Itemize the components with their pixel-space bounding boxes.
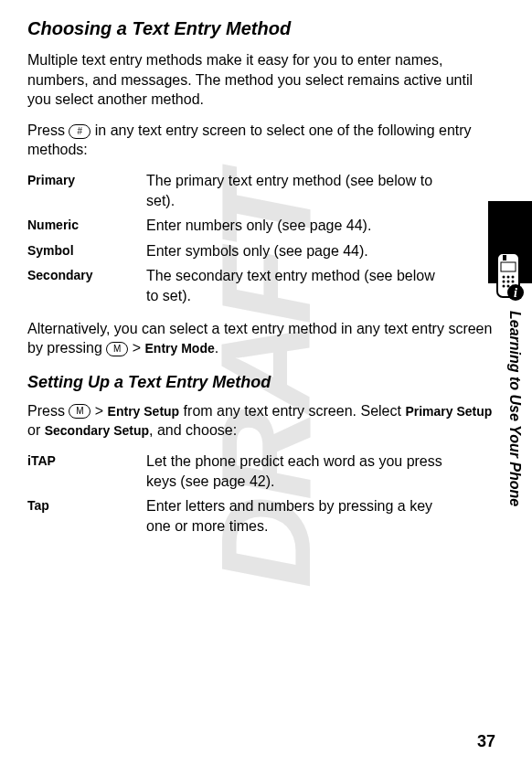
method-desc: The primary text entry method (see below… bbox=[146, 171, 495, 210]
method-label-tap: Tap bbox=[27, 496, 146, 536]
table-row: Primary The primary text entry method (s… bbox=[27, 171, 495, 210]
svg-point-4 bbox=[507, 276, 510, 279]
svg-rect-1 bbox=[503, 255, 506, 260]
svg-point-3 bbox=[503, 276, 505, 279]
svg-rect-2 bbox=[501, 262, 516, 271]
method-label-symbol: Symbol bbox=[27, 241, 146, 261]
table-row: Numeric Enter numbers only (see page 44)… bbox=[27, 216, 495, 236]
entry-methods-table: Primary The primary text entry method (s… bbox=[27, 171, 495, 306]
menu-secondary-setup: Secondary Setup bbox=[45, 423, 149, 438]
page-content: Choosing a Text Entry Method Multiple te… bbox=[27, 18, 495, 536]
method-label-numeric: Numeric bbox=[27, 216, 146, 236]
menu-primary-setup: Primary Setup bbox=[405, 404, 492, 419]
table-row: Tap Enter letters and numbers by pressin… bbox=[27, 496, 495, 536]
setup-instruction: Press M > Entry Setup from any text entr… bbox=[27, 401, 495, 441]
svg-point-5 bbox=[512, 276, 515, 279]
method-desc: Enter symbols only (see page 44). bbox=[146, 241, 495, 261]
intro-paragraph: Multiple text entry methods make it easy… bbox=[27, 50, 495, 110]
method-label-itap: iTAP bbox=[27, 452, 146, 491]
press-instruction: Press # in any text entry screen to sele… bbox=[27, 121, 495, 160]
method-desc: Let the phone predict each word as you p… bbox=[146, 452, 495, 491]
setup-methods-table: iTAP Let the phone predict each word as … bbox=[27, 452, 495, 536]
svg-text:i: i bbox=[514, 286, 517, 300]
svg-point-9 bbox=[503, 285, 505, 288]
table-row: iTAP Let the phone predict each word as … bbox=[27, 452, 495, 491]
svg-point-6 bbox=[503, 281, 505, 283]
menu-entry-setup: Entry Setup bbox=[108, 404, 180, 419]
menu-entry-mode: Entry Mode bbox=[145, 341, 215, 356]
heading-setting-up: Setting Up a Text Entry Method bbox=[27, 373, 495, 392]
svg-point-8 bbox=[512, 281, 515, 283]
hash-key-icon: # bbox=[69, 124, 90, 139]
heading-choosing-method: Choosing a Text Entry Method bbox=[27, 18, 495, 39]
method-desc: Enter numbers only (see page 44). bbox=[146, 216, 495, 236]
menu-key-icon: M bbox=[106, 342, 128, 356]
method-desc: The secondary text entry method (see bel… bbox=[146, 266, 495, 305]
page-number: 37 bbox=[477, 732, 495, 751]
phone-with-info-icon: i bbox=[490, 251, 527, 302]
table-row: Secondary The secondary text entry metho… bbox=[27, 266, 495, 305]
method-label-primary: Primary bbox=[27, 171, 146, 210]
method-label-secondary: Secondary bbox=[27, 266, 146, 305]
method-desc: Enter letters and numbers by pressing a … bbox=[146, 496, 495, 536]
svg-point-7 bbox=[507, 281, 510, 283]
alternative-instruction: Alternatively, you can select a text ent… bbox=[27, 319, 495, 358]
table-row: Symbol Enter symbols only (see page 44). bbox=[27, 241, 495, 261]
menu-key-icon: M bbox=[69, 404, 90, 419]
svg-point-10 bbox=[507, 285, 510, 288]
section-tab-label: Learning to Use Your Phone bbox=[506, 311, 523, 506]
